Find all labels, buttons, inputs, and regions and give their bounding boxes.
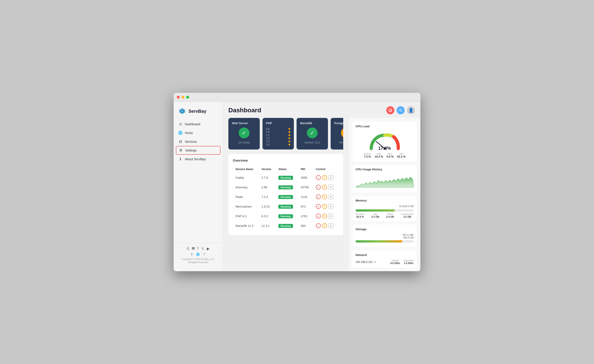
status-badge: Running: [278, 205, 293, 209]
facebook-icon[interactable]: f: [197, 246, 198, 251]
log-button[interactable]: ≡: [328, 175, 333, 180]
log-button[interactable]: ≡: [328, 185, 333, 190]
download-value: 1.0 KB/s: [404, 262, 414, 265]
dashboard-icon: ⊙: [178, 122, 182, 126]
cell-control: ■ ↻ ≡: [313, 192, 339, 202]
sidebar-item-services[interactable]: ⊟ Services: [174, 137, 223, 146]
stop-button[interactable]: ■: [316, 204, 321, 209]
memory-bar-fill: [356, 209, 395, 212]
cpu-history-svg: [356, 174, 414, 189]
help-link-icon[interactable]: ?: [203, 253, 205, 256]
webserver-card-title: Web Server: [232, 121, 256, 125]
user-profile-button[interactable]: 👤: [407, 106, 415, 114]
cell-pid: 1665: [298, 173, 313, 182]
restart-button[interactable]: ↻: [322, 204, 327, 209]
restart-button[interactable]: ↻: [322, 185, 327, 190]
stop-button[interactable]: ■: [316, 223, 321, 228]
power-button[interactable]: ⏻: [386, 106, 394, 114]
cpu-stat-system: System 7.3 %: [364, 153, 371, 158]
cpu-stat-nice-value: 0.0 %: [387, 155, 394, 158]
php-ver-73: 7.3: [266, 140, 290, 143]
sidebar-item-settings[interactable]: ⚙ Settings: [176, 146, 221, 155]
cpu-gauge-container: 17.8%: [356, 131, 414, 153]
status-badge: Running: [278, 176, 293, 180]
close-button[interactable]: [177, 96, 180, 99]
mem-wired-label: Wired: [386, 213, 394, 215]
download-speed: Download 1.0 KB/s: [404, 259, 414, 265]
maximize-button[interactable]: [186, 96, 189, 99]
php-dot-73: [289, 140, 290, 142]
cell-status: Running: [276, 182, 298, 192]
stop-button[interactable]: ■: [316, 194, 321, 199]
network-info: 192.168.0.101 ⧉ Upload 0.0 KB/s Download: [356, 259, 414, 265]
overview-section: Overview Service Name Version Status PID…: [228, 154, 343, 235]
table-row: MariaDB 11.3 11.3.1 Running 950 ■ ↻ ≡: [233, 221, 339, 231]
cpu-load-section: CPU Load: [352, 121, 417, 161]
status-badge: Running: [278, 195, 293, 199]
mem-app-value: 5.2 GB: [371, 215, 379, 218]
control-buttons: ■ ↻ ≡: [316, 223, 336, 228]
restart-button[interactable]: ↻: [322, 194, 327, 199]
sidebar-app-name: ServBay: [189, 109, 206, 114]
footer-links-row2: ℹ 🌐 ?: [178, 253, 218, 256]
postgresql-card-subtitle: Version: N/A: [334, 141, 343, 144]
control-buttons: ■ ↻ ≡: [316, 194, 336, 199]
log-button[interactable]: ≡: [328, 194, 333, 199]
cpu-stat-user: User 10.4 %: [375, 153, 383, 158]
php-dot-72: [289, 137, 290, 139]
memory-title: Memory: [356, 199, 414, 202]
php-dot-71: [289, 134, 290, 136]
cell-service-name: dnsmasq: [233, 182, 259, 192]
webserver-status-icon: ✓: [239, 127, 250, 138]
postgresql-card-title: PostgreSQL: [334, 121, 343, 125]
cpu-percentage: 17.8%: [378, 146, 391, 151]
cell-version: 11.3.1: [259, 221, 276, 231]
cell-pid: 43750: [298, 182, 313, 192]
stop-button[interactable]: ■: [316, 214, 321, 218]
table-row: Memcached 1.6.23 Running 973 ■ ↻ ≡: [233, 202, 339, 211]
storage-bar: [356, 240, 414, 243]
mem-wired-value: 2.4 GB: [386, 215, 394, 218]
stop-button[interactable]: ■: [316, 185, 321, 190]
sidebar-item-hosts-label: Hosts: [185, 131, 193, 135]
app-body: ServBay ⊙ Dashboard 🌐 Hosts ⊟ Services ⚙: [174, 102, 420, 271]
medium-icon[interactable]: M: [192, 246, 195, 251]
service-card-webserver[interactable]: Web Server ✓ 2/2 Hosts: [228, 118, 260, 150]
mem-stat-app: App 5.2 GB: [371, 213, 379, 218]
cell-control: ■ ↻ ≡: [313, 182, 339, 192]
service-card-mariadb[interactable]: MariaDB ✓ Version: 11.3: [297, 118, 328, 150]
service-card-postgresql[interactable]: PostgreSQL ■ Version: N/A: [331, 118, 343, 150]
discord-icon[interactable]: ⎙: [187, 246, 189, 251]
log-button[interactable]: ≡: [328, 223, 333, 228]
stop-button[interactable]: ■: [316, 175, 321, 180]
log-button[interactable]: ≡: [328, 214, 333, 218]
sidebar-item-about[interactable]: ℹ About ServBay: [174, 155, 223, 163]
sidebar-item-dashboard[interactable]: ⊙ Dashboard: [174, 120, 223, 128]
settings-icon: ⚙: [179, 148, 183, 152]
globe-link-icon[interactable]: 🌐: [196, 253, 200, 256]
youtube-icon[interactable]: ▶: [207, 246, 209, 251]
postgresql-status-icon: ■: [341, 127, 343, 138]
sidebar: ServBay ⊙ Dashboard 🌐 Hosts ⊟ Services ⚙: [174, 102, 223, 271]
minimize-button[interactable]: [182, 96, 184, 99]
restart-button[interactable]: ↻: [322, 214, 327, 218]
sidebar-item-hosts[interactable]: 🌐 Hosts: [174, 128, 223, 137]
storage-title: Storage: [356, 227, 414, 231]
mariadb-card-icon: ✓: [300, 127, 324, 138]
service-card-php[interactable]: PHP 5.6 7.0 7.1: [263, 118, 294, 150]
info-link-icon[interactable]: ℹ: [191, 253, 192, 256]
cell-version: 2.7.6: [259, 173, 276, 182]
memory-stats: Pressure 35.0 % App 5.2 GB Wired 2.4 GB: [356, 213, 414, 218]
twitter-icon[interactable]: 𝕏: [201, 246, 204, 251]
mem-pressure-label: Pressure: [356, 213, 364, 215]
copy-ip-icon[interactable]: ⧉: [374, 260, 376, 264]
refresh-button[interactable]: ↻: [397, 106, 405, 114]
restart-button[interactable]: ↻: [322, 175, 327, 180]
network-speeds: Upload 0.0 KB/s Download 1.0 KB/s: [390, 259, 414, 265]
cpu-stat-user-value: 10.4 %: [375, 155, 383, 158]
log-button[interactable]: ≡: [328, 204, 333, 209]
cpu-history-title: CPU Usage History: [356, 168, 414, 171]
php-dot-70: [289, 131, 290, 133]
table-row: PHP 8.3 8.3.3 Running 1763 ■ ↻ ≡: [233, 211, 339, 221]
restart-button[interactable]: ↻: [322, 223, 327, 228]
